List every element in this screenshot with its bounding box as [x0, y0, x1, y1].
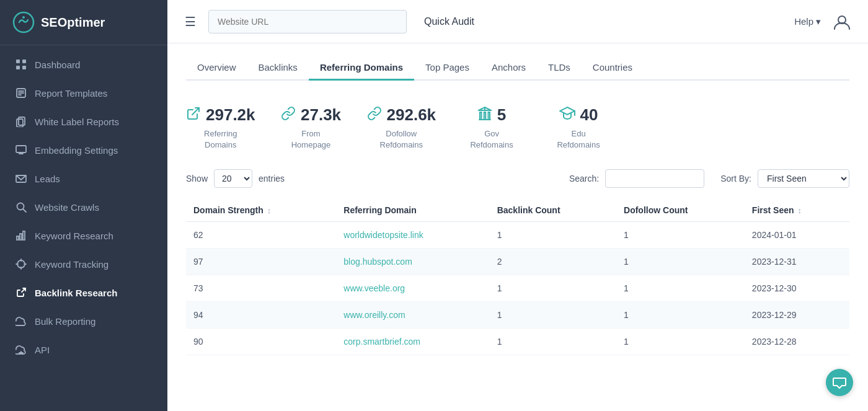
stat-value-dofollow: 292.6k: [387, 105, 436, 125]
mail-icon: [15, 172, 27, 185]
svg-point-1: [22, 16, 25, 19]
sidebar-item-bulk-reporting[interactable]: Bulk Reporting: [0, 307, 167, 335]
sidebar-item-label-keyword-research: Keyword Research: [35, 231, 153, 241]
stat-edu: 40 EduRefdomains: [547, 105, 609, 151]
sidebar-item-label-dashboard: Dashboard: [35, 60, 153, 70]
sidebar-item-embedding[interactable]: Embedding Settings: [0, 136, 167, 164]
header: ☰ Quick Audit Help ▾: [167, 0, 868, 43]
search-label: Search:: [569, 174, 599, 183]
th-first-seen[interactable]: First Seen ↕: [745, 199, 849, 222]
th-referring-domain: Referring Domain: [336, 199, 489, 222]
sidebar-item-api[interactable]: API: [0, 335, 167, 364]
sidebar-item-keyword-research[interactable]: Keyword Research: [0, 221, 167, 250]
svg-line-17: [24, 210, 27, 213]
sidebar-item-website-crawls[interactable]: Website Crawls: [0, 193, 167, 221]
main-area: ☰ Quick Audit Help ▾ Overview Backlinks …: [167, 0, 868, 411]
cell-referring-domain-3[interactable]: www.oreilly.com: [336, 302, 489, 329]
website-url-input[interactable]: [208, 10, 407, 33]
search-input[interactable]: [605, 169, 704, 188]
stat-label-referring-domains: ReferringDomains: [204, 128, 237, 151]
stat-gov: 5 GovRefdomains: [461, 105, 523, 151]
domain-link-1[interactable]: blog.hubspot.com: [343, 257, 412, 267]
svg-rect-5: [22, 66, 26, 69]
domain-link-3[interactable]: www.oreilly.com: [343, 310, 405, 320]
th-domain-strength[interactable]: Domain Strength ↕: [186, 199, 336, 222]
seoptimer-logo-icon: [12, 11, 35, 33]
svg-rect-34: [484, 112, 486, 120]
cell-first-seen-2: 2023-12-30: [745, 275, 849, 302]
sidebar-item-label-keyword-tracking: Keyword Tracking: [35, 259, 153, 270]
cell-backlink-count-3: 1: [490, 302, 616, 329]
edit-icon: [15, 87, 27, 99]
cell-first-seen-4: 2023-12-28: [745, 329, 849, 355]
sidebar-item-label-embedding: Embedding Settings: [35, 145, 153, 156]
data-table: Domain Strength ↕ Referring Domain Backl…: [186, 199, 849, 355]
domain-link-2[interactable]: www.veeble.org: [343, 283, 405, 293]
cloud-icon: [15, 315, 27, 327]
cell-backlink-count-1: 2: [490, 249, 616, 275]
domain-link-0[interactable]: worldwidetopsite.link: [343, 230, 423, 240]
sidebar-item-white-label[interactable]: White Label Reports: [0, 107, 167, 136]
stat-label-dofollow: DofollowRefdomains: [380, 128, 423, 151]
cell-domain-strength-3: 94: [186, 302, 336, 329]
cell-referring-domain-1[interactable]: blog.hubspot.com: [336, 249, 489, 275]
sidebar-item-label-white-label: White Label Reports: [35, 117, 153, 127]
chat-bubble-button[interactable]: [826, 369, 853, 396]
svg-point-0: [14, 12, 33, 32]
tab-referring-domains[interactable]: Referring Domains: [309, 56, 414, 81]
entries-select[interactable]: 20 10 50 100: [214, 169, 252, 188]
tab-tlds[interactable]: TLDs: [537, 56, 582, 81]
stat-value-gov: 5: [497, 105, 506, 125]
sidebar-item-backlink-research[interactable]: Backlink Research: [0, 278, 167, 307]
table-row: 90 corp.smartbrief.com 1 1 2023-12-28: [186, 329, 849, 355]
svg-rect-4: [16, 66, 20, 69]
user-avatar-button[interactable]: [831, 11, 853, 33]
sort-icon-first-seen[interactable]: ↕: [798, 206, 802, 215]
cell-dofollow-count-2: 1: [616, 275, 745, 302]
cell-referring-domain-2[interactable]: www.veeble.org: [336, 275, 489, 302]
th-backlink-count: Backlink Count: [490, 199, 616, 222]
svg-rect-2: [16, 60, 20, 63]
monitor-icon: [15, 144, 27, 156]
stat-dofollow: 292.6k DofollowRefdomains: [367, 105, 436, 151]
tab-backlinks[interactable]: Backlinks: [247, 56, 309, 81]
svg-marker-37: [560, 107, 575, 115]
stat-from-homepage: 27.3k FromHomepage: [280, 105, 342, 151]
sidebar-logo: SEOptimer: [0, 0, 167, 45]
stat-value-from-homepage: 27.3k: [301, 105, 341, 125]
stat-referring-domains: 297.2k ReferringDomains: [186, 105, 255, 151]
cell-referring-domain-0[interactable]: worldwidetopsite.link: [336, 222, 489, 249]
th-dofollow-count: Dofollow Count: [616, 199, 745, 222]
sidebar-item-label-bulk-reporting: Bulk Reporting: [35, 316, 153, 327]
svg-rect-10: [19, 117, 25, 125]
content-area: Overview Backlinks Referring Domains Top…: [167, 43, 868, 411]
sidebar-item-dashboard[interactable]: Dashboard: [0, 50, 167, 79]
table-row: 73 www.veeble.org 1 1 2023-12-30: [186, 275, 849, 302]
domain-link-4[interactable]: corp.smartbrief.com: [343, 337, 420, 347]
cell-first-seen-1: 2023-12-31: [745, 249, 849, 275]
sidebar-item-keyword-tracking[interactable]: Keyword Tracking: [0, 250, 167, 278]
sidebar-item-leads[interactable]: Leads: [0, 164, 167, 193]
stat-label-edu: EduRefdomains: [557, 128, 600, 151]
quick-audit-button[interactable]: Quick Audit: [417, 11, 482, 32]
stat-value-edu: 40: [580, 105, 598, 125]
sidebar-item-report-templates[interactable]: Report Templates: [0, 79, 167, 107]
tab-countries[interactable]: Countries: [582, 56, 644, 81]
table-row: 94 www.oreilly.com 1 1 2023-12-29: [186, 302, 849, 329]
hamburger-button[interactable]: ☰: [182, 12, 198, 32]
svg-line-30: [192, 108, 199, 115]
sidebar-item-label-website-crawls: Website Crawls: [35, 202, 153, 213]
tab-anchors[interactable]: Anchors: [480, 56, 537, 81]
tab-overview[interactable]: Overview: [186, 56, 247, 81]
sort-icon-domain-strength[interactable]: ↕: [267, 206, 272, 215]
grid-icon: [15, 58, 27, 71]
sidebar-item-label-report-templates: Report Templates: [35, 88, 153, 99]
sort-select[interactable]: First Seen Domain Strength Backlink Coun…: [758, 169, 849, 188]
tab-top-pages[interactable]: Top Pages: [414, 56, 480, 81]
tabs: Overview Backlinks Referring Domains Top…: [186, 43, 849, 81]
dofollow-icon: [367, 106, 382, 125]
help-chevron-icon: ▾: [816, 16, 821, 27]
help-button[interactable]: Help ▾: [794, 16, 821, 27]
cell-dofollow-count-1: 1: [616, 249, 745, 275]
cell-referring-domain-4[interactable]: corp.smartbrief.com: [336, 329, 489, 355]
